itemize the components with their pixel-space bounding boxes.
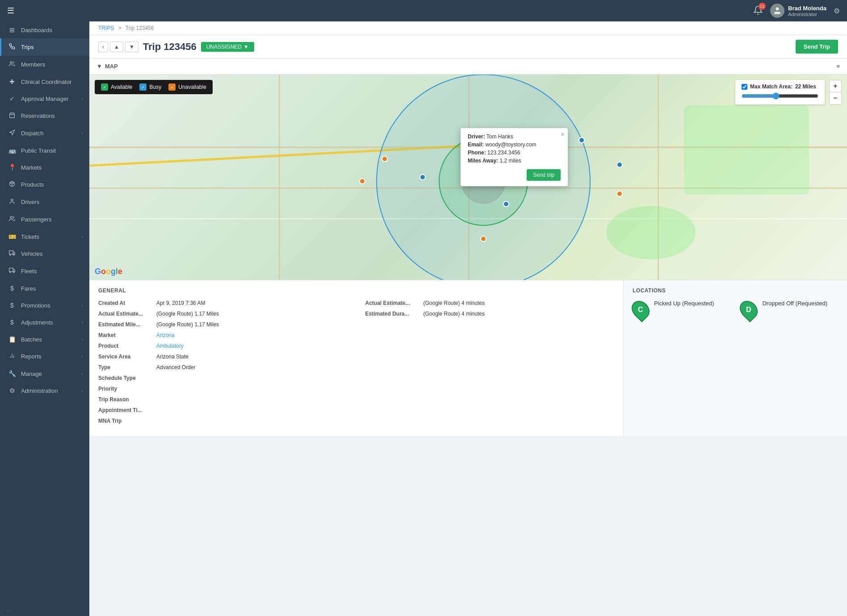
field-schedule-type: Schedule Type: [98, 375, 348, 381]
nav-up-button[interactable]: ▲: [110, 42, 123, 52]
arrow-icon: ‹: [82, 131, 83, 136]
general-title: GENERAL: [98, 287, 614, 294]
adjustments-icon: $: [8, 319, 17, 326]
hamburger-icon[interactable]: ☰: [7, 6, 14, 16]
sidebar-item-adjustments[interactable]: $ Adjustments ‹: [0, 314, 89, 331]
sidebar-item-administration[interactable]: ⚙ Administration ‹: [0, 382, 89, 399]
sidebar-item-trips[interactable]: Trips: [0, 38, 89, 56]
driver-email-field: Email: woody@toystory.com: [468, 142, 561, 148]
arrow-icon: ‹: [82, 371, 83, 376]
sidebar-item-passengers[interactable]: Passengers: [0, 211, 89, 228]
nav-prev-button[interactable]: ‹: [98, 42, 108, 52]
batches-icon: 📋: [8, 336, 17, 343]
sidebar-item-fleets[interactable]: Fleets: [0, 262, 89, 280]
field-actual-estimate-miles: Actual Estimate... (Google Route) 1.17 M…: [98, 311, 348, 317]
drivers-icon: [8, 198, 17, 206]
sidebar-item-reports[interactable]: Reports ‹: [0, 348, 89, 365]
sidebar-item-markets[interactable]: 📍 Markets: [0, 159, 89, 176]
field-type: Type Advanced Order: [98, 364, 348, 370]
field-value: (Google Route) 4 minutes: [424, 300, 485, 306]
field-label: Trip Reason: [98, 396, 156, 403]
field-trip-reason: Trip Reason: [98, 396, 348, 403]
sidebar-item-approval-manager[interactable]: ✓ Approval Manager ‹: [0, 90, 89, 107]
sidebar-item-drivers[interactable]: Drivers: [0, 193, 89, 211]
field-label: Actual Estimate...: [365, 300, 424, 306]
reports-icon: [8, 353, 17, 360]
status-badge[interactable]: UNASSIGNED ▼: [201, 42, 254, 52]
sidebar-item-label: Trips: [21, 44, 83, 50]
sidebar-item-label: Fares: [21, 285, 83, 292]
legend-busy: ✓ Busy: [139, 83, 161, 91]
sidebar-item-public-transit[interactable]: 🚌 Public Transit: [0, 142, 89, 159]
user-role: Administrator: [788, 12, 826, 17]
sidebar-item-label: Manage: [21, 370, 82, 377]
avatar: [770, 4, 784, 18]
breadcrumb-parent[interactable]: TRIPS: [98, 25, 114, 31]
status-label: UNASSIGNED: [206, 44, 242, 50]
sidebar-item-promotions[interactable]: $ Promotions ‹: [0, 297, 89, 314]
sidebar-item-label: Reservations: [21, 112, 83, 119]
field-value: (Google Route) 4 minutes: [424, 311, 485, 317]
sidebar-item-vehicles[interactable]: Vehicles: [0, 245, 89, 262]
field-label: Product: [98, 343, 156, 349]
page-header: ‹ ▲ ▼ Trip 123456 UNASSIGNED ▼ Send Trip: [89, 35, 847, 58]
unavailable-label: Unavailable: [178, 84, 206, 90]
driver-popup: × Driver: Tom Hanks Email: woody@toystor…: [461, 128, 568, 186]
match-checkbox[interactable]: [742, 84, 747, 90]
field-value: (Google Route) 1.17 Miles: [156, 311, 219, 317]
sidebar-item-clinical-coordinator[interactable]: ✚ Clinical Coordinator: [0, 73, 89, 90]
settings-icon[interactable]: ⚙: [834, 7, 840, 15]
popup-close-button[interactable]: ×: [561, 131, 564, 138]
sidebar-item-fares[interactable]: $ Fares: [0, 280, 89, 297]
sidebar-item-batches[interactable]: 📋 Batches ‹: [0, 331, 89, 348]
field-label: Created At: [98, 300, 156, 306]
match-area-slider[interactable]: [742, 92, 818, 100]
sidebar-item-reservations[interactable]: Reservations: [0, 107, 89, 125]
map-menu-icon[interactable]: ≡: [836, 63, 840, 70]
available-label: Available: [111, 84, 132, 90]
fares-icon: $: [8, 285, 17, 292]
field-value[interactable]: Arizona: [156, 332, 175, 338]
svg-point-10: [10, 216, 13, 219]
field-product: Product Ambulatory: [98, 343, 348, 349]
field-estimated-duration: Estimated Dura... (Google Route) 4 minut…: [365, 311, 615, 317]
driver-phone-field: Phone: 123.234.3456: [468, 150, 561, 156]
notification-icon[interactable]: 11: [753, 5, 763, 17]
field-label: Schedule Type: [98, 375, 156, 381]
sidebar-item-tickets[interactable]: 🎫 Tickets ‹: [0, 228, 89, 245]
administration-icon: ⚙: [8, 387, 17, 394]
field-appointment-time: Appointment Ti...: [98, 407, 348, 413]
svg-point-14: [13, 254, 14, 255]
fleets-icon: [8, 267, 17, 275]
zoom-out-button[interactable]: −: [829, 92, 842, 104]
arrow-icon: ‹: [82, 354, 83, 359]
popup-send-trip-button[interactable]: Send trip: [527, 169, 561, 181]
map-zoom-controls: + −: [829, 80, 842, 104]
svg-point-9: [11, 199, 13, 201]
dashboards-icon: ⊞: [8, 26, 17, 33]
sidebar-item-members[interactable]: Members: [0, 56, 89, 73]
user-info[interactable]: Brad Molenda Administrator: [770, 4, 826, 18]
zoom-in-button[interactable]: +: [829, 80, 842, 92]
max-match-control: Max Match Area: 22 Miles: [735, 80, 825, 104]
map-container: 📍 × Driver: Tom Hanks Email: woody@toyst…: [89, 75, 847, 280]
sidebar-item-dispatch[interactable]: Dispatch ‹: [0, 125, 89, 142]
pickup-info: Picked Up (Requested): [654, 300, 714, 307]
sidebar-item-dashboards[interactable]: ⊞ Dashboards: [0, 21, 89, 38]
match-value: 22 Miles: [795, 83, 816, 90]
field-priority: Priority: [98, 386, 348, 392]
nav-down-button[interactable]: ▼: [125, 42, 138, 52]
send-trip-button[interactable]: Send Trip: [796, 40, 838, 54]
field-value[interactable]: Ambulatory: [156, 343, 184, 349]
field-value: Apr 9, 2019 7:36 AM: [156, 300, 205, 306]
sidebar-item-label: Members: [21, 61, 83, 68]
sidebar-bottom-dots[interactable]: ...: [0, 604, 89, 616]
map-section-header[interactable]: ▼ MAP ≡: [89, 58, 847, 75]
field-service-area: Service Area Arizona State: [98, 354, 348, 360]
sidebar-item-products[interactable]: Products: [0, 176, 89, 193]
field-market: Market Arizona: [98, 332, 348, 338]
sidebar: ⊞ Dashboards Trips Members ✚ Clinical Co…: [0, 21, 89, 616]
arrow-icon: ‹: [82, 320, 83, 325]
sidebar-item-manage[interactable]: 🔧 Manage ‹: [0, 365, 89, 382]
field-estimated-miles: Estimated Mile... (Google Route) 1.17 Mi…: [98, 321, 348, 328]
